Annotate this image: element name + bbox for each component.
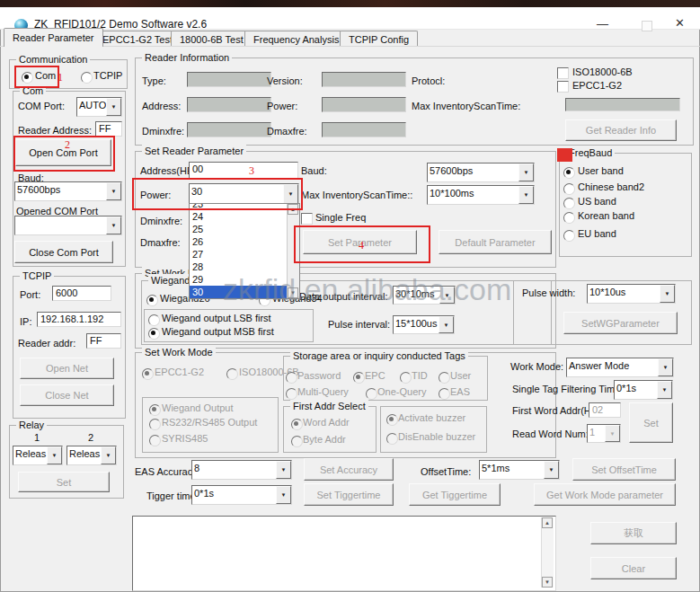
disenable-buzzer-radio[interactable]	[386, 433, 398, 445]
epcc1-g2-checkbox[interactable]	[557, 81, 569, 93]
wiegand-output-label: Wiegand Output	[162, 402, 234, 414]
eas-accuracy-select[interactable]: 8 ▼	[191, 460, 292, 480]
scroll-down-icon[interactable]: ▼	[542, 577, 553, 588]
power-option[interactable]: 28	[190, 261, 287, 273]
relay-2-select[interactable]: Releas ▼	[66, 446, 117, 465]
tid-radio[interactable]	[400, 372, 412, 384]
baud-select[interactable]: 57600bps ▼	[14, 181, 122, 201]
power-option[interactable]: 27	[190, 248, 287, 261]
annotation-box-power	[132, 178, 303, 210]
us-band-radio[interactable]	[563, 198, 575, 209]
setwg-parameter-button[interactable]: SetWGParameter	[563, 312, 678, 334]
epcc1-g2-mode-radio[interactable]	[142, 368, 154, 380]
open-net-button[interactable]: Open Net	[20, 358, 114, 379]
clear-button[interactable]: Clear	[590, 557, 677, 579]
chevron-down-icon: ▼	[276, 486, 291, 504]
version-field	[322, 72, 406, 87]
word-addr-radio[interactable]	[291, 419, 303, 430]
close-net-button[interactable]: Close Net	[20, 384, 114, 406]
tab-epcc1-g2-test[interactable]: EPCC1-G2 Test	[93, 31, 182, 47]
get-work-mode-parameter-button[interactable]: Get Work Mode parameter	[534, 483, 676, 506]
eu-band-radio[interactable]	[563, 230, 575, 242]
work-mode-set-button[interactable]: Set	[629, 402, 673, 443]
single-freq-checkbox[interactable]	[301, 213, 313, 225]
first-word-addr-field[interactable]: 02	[589, 402, 621, 418]
user-radio[interactable]	[439, 372, 450, 384]
com-port-select[interactable]: AUTO ▼	[76, 97, 122, 117]
tcpip-radio[interactable]	[81, 72, 93, 84]
wiegand-msb-radio[interactable]	[148, 328, 160, 340]
scroll-up-icon[interactable]: ▲	[542, 517, 553, 528]
param-baud-select[interactable]: 57600bps ▼	[427, 163, 535, 182]
opened-com-port-select[interactable]: ▼	[14, 216, 122, 235]
set-accuracy-button[interactable]: Set Accuracy	[304, 458, 394, 481]
data-interval-select[interactable]: 30*10ms ▼	[393, 286, 456, 305]
iso18000-6b-checkbox[interactable]	[557, 67, 569, 79]
annotation-4: 4	[359, 239, 364, 252]
iso18000-6b-mode-radio[interactable]	[226, 368, 238, 380]
get-tiggertime-button[interactable]: Get Tiggertime	[409, 483, 501, 506]
syris485-radio[interactable]	[149, 435, 161, 446]
tigger-time-select[interactable]: 0*1s ▼	[191, 485, 292, 505]
log-scrollbar[interactable]: ▲ ▼	[541, 517, 554, 588]
relay-set-button[interactable]: Set	[18, 472, 110, 492]
syris485-label: SYRIS485	[162, 433, 208, 445]
one-query-radio[interactable]	[366, 388, 377, 400]
close-com-port-button[interactable]: Close Com Port	[14, 241, 113, 263]
work-mode-select[interactable]: Answer Mode ▼	[566, 358, 674, 377]
read-word-num-select[interactable]: 1 ▼	[587, 424, 621, 443]
param-max-scan-label: Max InventoryScanTime::	[301, 190, 412, 201]
multi-query-radio[interactable]	[286, 388, 297, 400]
chevron-down-icon: ▼	[106, 98, 121, 116]
power-option[interactable]: 24	[190, 210, 287, 223]
log-textarea[interactable]	[132, 516, 556, 591]
pulse-width-select[interactable]: 10*10us ▼	[587, 284, 676, 304]
relay-1-label: 1	[34, 432, 40, 444]
close-button[interactable]: ✕	[675, 17, 685, 30]
address-hex-field[interactable]: 00	[189, 162, 298, 179]
wiegand-lsb-radio[interactable]	[148, 314, 160, 326]
epc-radio[interactable]	[353, 372, 365, 384]
wiegand-output-radio[interactable]	[149, 404, 161, 416]
tab-divider	[0, 46, 700, 47]
rs232-rs485-radio[interactable]	[149, 419, 161, 430]
chinese-band2-radio[interactable]	[563, 183, 575, 195]
password-radio[interactable]	[286, 372, 297, 384]
activate-buzzer-radio[interactable]	[386, 414, 398, 426]
set-tiggertime-button[interactable]: Set Tiggertime	[304, 483, 394, 506]
reader-address-field[interactable]: FF	[95, 121, 122, 137]
chevron-down-icon: ▼	[439, 287, 455, 304]
tab-18000-6b-test[interactable]: 18000-6B Test	[171, 31, 253, 47]
offset-time-select[interactable]: 5*1ms ▼	[479, 460, 560, 480]
eas-label: EAS	[450, 386, 470, 398]
set-offset-time-button[interactable]: Set OffsetTime	[572, 458, 676, 481]
relay-1-select[interactable]: Releas ▼	[13, 446, 63, 465]
ip-field[interactable]: 192.168.1.192	[37, 312, 121, 327]
minimize-button[interactable]: —	[597, 18, 608, 31]
power-option[interactable]: 26	[190, 235, 287, 248]
tab-reader-parameter[interactable]: Reader Parameter	[4, 28, 103, 47]
get-reader-info-button[interactable]: Get Reader Info	[565, 119, 677, 141]
byte-addr-radio[interactable]	[291, 436, 303, 447]
korean-band-radio[interactable]	[563, 212, 575, 224]
get-button[interactable]: 获取	[590, 522, 677, 544]
user-band-radio[interactable]	[563, 167, 575, 179]
tab-tcpip-config[interactable]: TCPIP Config	[340, 31, 418, 47]
power-option[interactable]: 29	[190, 273, 287, 286]
maximize-button[interactable]	[642, 21, 652, 31]
param-max-scan-select[interactable]: 10*100ms ▼	[427, 185, 535, 205]
tab-frequency-analysis[interactable]: Frequency Analysis	[244, 31, 348, 47]
pulse-interval-select[interactable]: 15*100us ▼	[393, 315, 455, 334]
scroll-down-icon[interactable]: ▼	[288, 287, 298, 298]
power-option[interactable]: 25	[190, 223, 287, 235]
password-label: Password	[297, 370, 341, 382]
eas-radio[interactable]	[439, 388, 450, 400]
reader-addr-field[interactable]: FF	[86, 333, 121, 349]
top-edge-strip	[0, 0, 700, 7]
wiegand26-radio[interactable]	[146, 295, 158, 306]
port-field[interactable]: 6000	[52, 286, 111, 301]
default-parameter-button[interactable]: Default Parameter	[439, 230, 552, 254]
power-option-selected[interactable]: 30	[190, 286, 287, 298]
filter-time-select[interactable]: 0*1s ▼	[614, 380, 673, 400]
chevron-down-icon: ▼	[605, 425, 620, 442]
